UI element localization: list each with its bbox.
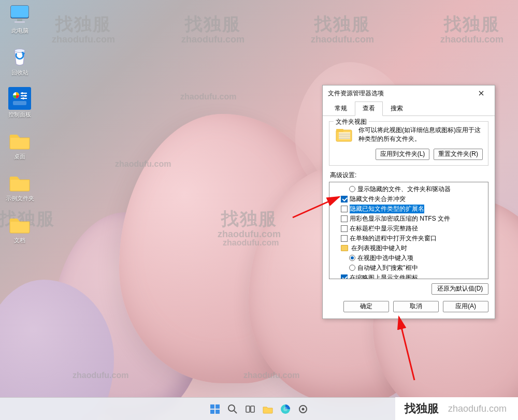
folder-icon [8,129,31,152]
svg-point-30 [283,407,287,411]
advanced-settings-label: 高级设置: [330,171,488,180]
checkbox[interactable] [341,274,348,279]
svg-line-26 [234,411,237,413]
taskbar-edge[interactable] [278,402,293,416]
folder-options-dialog: 文件资源管理器选项 常规 查看 搜索 文件夹视图 你可以将此视图(如详细信息或图… [322,85,495,319]
radio[interactable] [349,186,355,192]
control-panel-icon [8,87,31,110]
folder-node-icon [341,245,348,251]
tree-item[interactable]: 用彩色显示加密或压缩的 NTFS 文件 [330,214,487,224]
tree-item[interactable]: 显示隐藏的文件、文件夹和驱动器 [330,184,487,194]
start-button[interactable] [208,402,222,416]
taskbar-explorer[interactable] [261,402,275,416]
folder-icon [8,171,31,194]
desktop-icon-label: 示例文件夹 [6,195,34,202]
desktop-icon-label: 控制面板 [8,111,31,119]
tree-item-label: 在视图中选中键入项 [357,254,413,263]
svg-rect-3 [15,21,25,23]
windows-icon [210,404,220,414]
tree-item-label: 在单独的进程中打开文件夹窗口 [350,234,437,243]
apply-to-folders-button[interactable]: 应用到文件夹(L) [376,149,430,160]
svg-point-25 [228,405,235,411]
folder-view-group: 文件夹视图 你可以将此视图(如详细信息或图标)应用于这种类型的所有文件夹。 应用… [329,121,488,166]
desktop-icons: 此电脑 回收站 控制面板 桌面 示例文件夹 文档 [3,3,36,244]
tree-item-label: 在缩略图上显示文件图标 [350,273,418,279]
svg-rect-27 [246,406,250,412]
tree-item[interactable]: 在列表视图中键入时 [330,243,487,253]
desktop-icon-this-pc[interactable]: 此电脑 [3,3,36,35]
desktop-icon-recycle-bin[interactable]: 回收站 [3,45,36,77]
advanced-settings-tree[interactable]: 显示隐藏的文件、文件夹和驱动器隐藏文件夹合并冲突隐藏已知文件类型的扩展名用彩色显… [329,182,488,279]
tree-item-label: 隐藏文件夹合并冲突 [350,195,406,204]
folder-large-icon [335,126,353,144]
brand-name: 找独服 [405,401,439,416]
tab-search[interactable]: 搜索 [383,102,411,116]
taskbar-search[interactable] [225,402,240,416]
svg-point-32 [302,408,305,410]
folder-icon [262,404,274,414]
svg-rect-2 [17,19,22,21]
tree-item-label: 在标题栏中显示完整路径 [350,224,418,233]
gear-icon [298,404,308,414]
radio[interactable] [349,255,355,261]
svg-rect-14 [336,129,343,132]
close-button[interactable] [472,88,491,98]
brand-url: zhaodufu.com [448,403,507,414]
search-icon [227,404,238,414]
desktop-icon-label: 桌面 [14,153,25,161]
cancel-button[interactable]: 取消 [393,301,439,312]
tree-item[interactable]: 隐藏已知文件类型的扩展名 [330,204,487,214]
desktop-icon-folder-1[interactable]: 桌面 [3,129,36,161]
tree-item-label: 隐藏已知文件类型的扩展名 [350,205,424,213]
restore-defaults-button[interactable]: 还原为默认值(D) [431,283,488,295]
ok-button[interactable]: 确定 [343,301,389,312]
checkbox[interactable] [341,206,348,212]
tree-item[interactable]: 自动键入到"搜索"框中 [330,263,487,273]
tab-view[interactable]: 查看 [355,102,383,116]
dialog-tabs: 常规 查看 搜索 [323,101,495,116]
tree-item-label: 显示隐藏的文件、文件夹和驱动器 [357,185,451,194]
group-legend: 文件夹视图 [334,118,369,126]
desktop-icon-folder-3[interactable]: 文档 [3,213,36,244]
close-icon [479,91,484,96]
taskbar-settings[interactable] [296,402,310,416]
desktop-icon-folder-2[interactable]: 示例文件夹 [3,171,36,202]
task-view-icon [245,404,255,414]
tree-item[interactable]: 在单独的进程中打开文件夹窗口 [330,234,487,243]
svg-point-10 [24,95,26,97]
svg-rect-21 [210,404,214,409]
svg-rect-28 [251,406,254,412]
monitor-icon [8,3,31,26]
tree-item-label: 自动键入到"搜索"框中 [357,264,418,272]
dialog-titlebar[interactable]: 文件资源管理器选项 [323,85,495,101]
checkbox[interactable] [341,196,348,202]
dialog-title: 文件资源管理器选项 [328,89,472,98]
svg-rect-23 [210,410,214,414]
folder-view-desc: 你可以将此视图(如详细信息或图标)应用于这种类型的所有文件夹。 [358,126,483,143]
radio[interactable] [349,265,355,271]
apply-button[interactable]: 应用(A) [443,301,488,312]
desktop-icon-label: 文档 [14,237,25,244]
desktop-icon-label: 此电脑 [11,27,28,35]
desktop-icon-control-panel[interactable]: 控制面板 [3,87,36,119]
taskbar-taskview[interactable] [243,402,257,416]
edge-icon [280,404,291,414]
desktop-icon-label: 回收站 [11,69,28,77]
tree-item[interactable]: 在视图中选中键入项 [330,253,487,263]
tree-item[interactable]: 隐藏文件夹合并冲突 [330,194,487,204]
svg-rect-1 [11,6,28,17]
tab-general[interactable]: 常规 [327,102,355,116]
reset-folders-button[interactable]: 重置文件夹(R) [434,149,483,160]
tree-item-label: 用彩色显示加密或压缩的 NTFS 文件 [350,214,450,223]
svg-point-9 [21,92,23,94]
checkbox[interactable] [341,215,348,222]
svg-rect-24 [215,410,220,414]
watermark-brand-block: 找独服 zhaodufu.com [395,397,518,420]
tree-item-label: 在列表视图中键入时 [351,244,407,253]
folder-icon [8,213,31,236]
checkbox[interactable] [341,235,348,242]
checkbox[interactable] [341,225,348,232]
tree-item[interactable]: 在缩略图上显示文件图标 [330,273,487,279]
tree-item[interactable]: 在标题栏中显示完整路径 [330,224,487,234]
svg-rect-22 [215,404,220,409]
